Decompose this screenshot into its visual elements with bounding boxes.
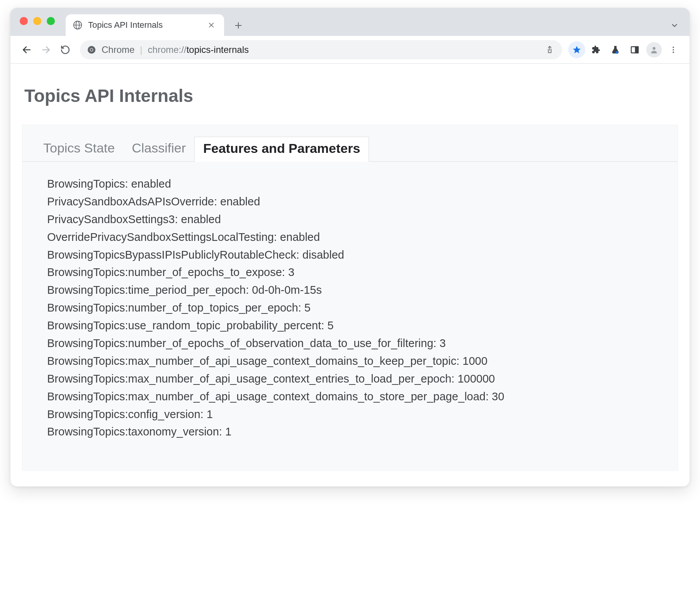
tab-topics-state[interactable]: Topics State (35, 137, 123, 162)
puzzle-icon (591, 45, 601, 54)
extensions-button[interactable] (588, 41, 605, 58)
side-panel-button[interactable] (626, 41, 643, 58)
chrome-icon (87, 45, 96, 54)
labs-button[interactable] (607, 41, 624, 58)
profile-button[interactable] (646, 41, 663, 58)
omnibox[interactable]: Chrome | chrome://topics-internals (80, 40, 562, 59)
feature-line: BrowsingTopics:use_random_topic_probabil… (47, 320, 654, 332)
svg-rect-16 (635, 47, 638, 53)
panel-icon (630, 45, 639, 54)
svg-point-18 (673, 46, 674, 48)
svg-point-11 (90, 49, 93, 51)
svg-point-19 (673, 49, 674, 51)
arrow-right-icon (41, 45, 51, 55)
flask-icon (611, 45, 620, 54)
kebab-icon (669, 46, 678, 54)
reload-icon (60, 45, 70, 55)
omnibox-url-prefix: chrome:// (148, 44, 187, 55)
feature-line: BrowsingTopics:number_of_epochs_to_expos… (47, 266, 654, 279)
arrow-left-icon (22, 45, 32, 55)
tabs-dropdown-button[interactable] (666, 17, 683, 34)
chevron-down-icon (670, 21, 679, 30)
svg-point-13 (616, 51, 618, 53)
svg-marker-12 (573, 46, 581, 53)
person-icon (650, 46, 658, 54)
close-icon (208, 22, 215, 29)
star-icon (572, 45, 581, 54)
feature-line: BrowsingTopics:max_number_of_api_usage_c… (47, 373, 654, 385)
bookmark-button[interactable] (568, 41, 585, 58)
feature-line: OverridePrivacySandboxSettingsLocalTesti… (47, 231, 654, 244)
tabbar: Topics State Classifier Features and Par… (22, 125, 678, 162)
feature-line: BrowsingTopics:time_period_per_epoch: 0d… (47, 284, 654, 296)
reload-button[interactable] (57, 41, 74, 58)
feature-line: BrowsingTopicsBypassIPIsPubliclyRoutable… (47, 249, 654, 261)
omnibox-url-path: topics-internals (187, 44, 249, 55)
avatar (646, 42, 662, 58)
window-close-button[interactable] (20, 17, 28, 25)
share-button[interactable] (543, 43, 557, 57)
omnibox-divider: | (140, 44, 142, 55)
plus-icon (234, 21, 243, 30)
feature-line: BrowsingTopics:config_version: 1 (47, 408, 654, 421)
browser-tab-active[interactable]: Topics API Internals (66, 14, 224, 36)
toolbar: Chrome | chrome://topics-internals (10, 36, 690, 64)
share-icon (545, 46, 554, 54)
feature-line: PrivacySandboxAdsAPIsOverride: enabled (47, 196, 654, 208)
feature-line: BrowsingTopics:max_number_of_api_usage_c… (47, 391, 654, 403)
panel: Topics State Classifier Features and Par… (22, 125, 678, 471)
feature-line: BrowsingTopics:taxonomy_version: 1 (47, 426, 654, 438)
feature-line: BrowsingTopics:max_number_of_api_usage_c… (47, 355, 654, 368)
tab-classifier[interactable]: Classifier (123, 137, 194, 162)
forward-button[interactable] (37, 41, 54, 58)
svg-point-20 (673, 51, 674, 53)
menu-button[interactable] (665, 41, 682, 58)
feature-line: BrowsingTopics:number_of_epochs_of_obser… (47, 337, 654, 350)
feature-line: BrowsingTopics: enabled (47, 178, 654, 190)
window-controls (20, 8, 55, 36)
page-content: Topics API Internals Topics State Classi… (10, 64, 690, 486)
tabstrip: Topics API Internals (10, 8, 690, 36)
tab-features-and-parameters[interactable]: Features and Parameters (194, 137, 369, 162)
new-tab-button[interactable] (229, 17, 247, 34)
omnibox-scheme: Chrome (102, 44, 134, 55)
feature-line: PrivacySandboxSettings3: enabled (47, 213, 654, 226)
window-minimize-button[interactable] (33, 17, 41, 25)
browser-tab-title: Topics API Internals (88, 20, 206, 30)
page-title: Topics API Internals (22, 85, 678, 106)
features-list: BrowsingTopics: enabledPrivacySandboxAds… (22, 162, 678, 438)
close-tab-button[interactable] (206, 20, 217, 30)
svg-point-17 (652, 47, 655, 49)
feature-line: BrowsingTopics:number_of_top_topics_per_… (47, 302, 654, 314)
globe-icon (73, 20, 83, 30)
browser-window: Topics API Internals Chrome | chrome:/ (10, 8, 690, 487)
back-button[interactable] (18, 41, 35, 58)
window-zoom-button[interactable] (47, 17, 55, 25)
